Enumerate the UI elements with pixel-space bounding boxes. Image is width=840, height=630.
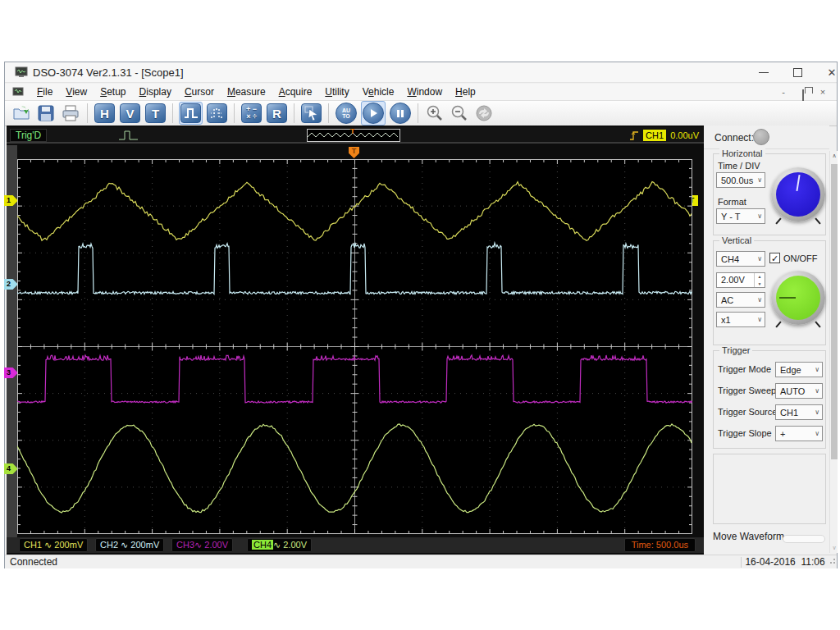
trigger-time-marker[interactable]: T (349, 147, 359, 158)
connect-row: Connect: (704, 126, 829, 149)
minimize-button[interactable] (751, 65, 776, 80)
close-button[interactable]: ✕ (819, 65, 840, 80)
move-waveform-slider[interactable] (783, 535, 825, 543)
menu-display[interactable]: Display (133, 84, 178, 99)
mdi-restore-button[interactable] (797, 87, 809, 97)
spin-up-icon[interactable]: ▲ (755, 273, 765, 281)
horizontal-group-title: Horizontal (719, 148, 765, 158)
connect-indicator[interactable] (753, 129, 769, 145)
menu-measure[interactable]: Measure (221, 84, 272, 99)
preview-trigger-marker[interactable]: T (350, 127, 355, 135)
menu-setup[interactable]: Setup (94, 84, 132, 99)
zoom-in-button[interactable] (424, 103, 445, 123)
trigger-slope-select[interactable]: +∨ (775, 426, 823, 441)
trigger-sweep-label: Trigger Sweep (718, 386, 776, 395)
print-button[interactable] (60, 103, 81, 123)
toolbar-separator (172, 103, 173, 123)
vertical-knob[interactable] (771, 271, 825, 325)
panel-scrollbar[interactable]: ∧ ∨ (829, 151, 838, 553)
cursor-button[interactable] (301, 103, 322, 123)
menu-cursor[interactable]: Cursor (178, 84, 221, 99)
ch2-label[interactable]: CH2 ∿ 200mV (95, 538, 164, 552)
trigger-settings-button[interactable]: T (145, 103, 166, 123)
refresh-button[interactable] (473, 103, 495, 123)
time-div-select[interactable]: 500.0us∨ (716, 172, 765, 188)
toolbar: H V T + −× ÷ R AUTO (5, 101, 837, 126)
vertical-scale-spinner[interactable]: 2.00V ▲▼ (716, 272, 765, 288)
trigger-sweep-select[interactable]: AUTO∨ (775, 383, 823, 399)
reference-button[interactable]: R (267, 103, 287, 123)
datetime-display: 16-04-2016 11:06 (742, 556, 829, 568)
math-button[interactable]: + −× ÷ (241, 103, 262, 123)
trigger-mode-select[interactable]: Edge∨ (775, 362, 823, 377)
menu-acquire[interactable]: Acquire (272, 84, 319, 99)
waveform-preview[interactable]: T (307, 129, 400, 142)
chevron-down-icon: ∨ (757, 212, 762, 220)
vertical-group: Vertical CH4∨ ✓ ON/OFF 2.00V ▲▼ AC∨ x1∨ (713, 240, 826, 345)
onoff-checkbox[interactable]: ✓ ON/OFF (769, 253, 818, 263)
scope-display: Trig'D T CH1 0.00uV 1 2 3 4 T T (7, 126, 704, 555)
control-panel: Connect: Horizontal Time / DIV 500.0us∨ … (704, 126, 829, 555)
scrollbar-thumb[interactable] (831, 164, 838, 459)
trigger-source-label: Trigger Source (718, 407, 777, 417)
chevron-down-icon: ∨ (757, 296, 762, 304)
chevron-down-icon: ∨ (757, 255, 762, 262)
horizontal-knob-face (776, 172, 820, 217)
toolbar-separator (328, 103, 329, 123)
horizontal-knob[interactable] (771, 167, 825, 221)
graticule-svg (17, 159, 692, 534)
vertical-channel-select[interactable]: CH4∨ (716, 251, 765, 267)
time-per-div-label: Time: 500.0us (624, 538, 696, 552)
resize-grip[interactable] (829, 559, 835, 565)
horizontal-settings-button[interactable]: H (94, 103, 115, 123)
ch1-label[interactable]: CH1 ∿ 200mV (19, 538, 88, 552)
empty-group (713, 454, 826, 524)
menu-file[interactable]: File (30, 84, 59, 99)
chevron-down-icon: ∨ (757, 176, 762, 184)
scroll-down-icon[interactable]: ∨ (830, 543, 838, 553)
run-button[interactable] (363, 103, 384, 124)
format-select[interactable]: Y - T∨ (716, 208, 765, 224)
ch3-label[interactable]: CH3∿ 2.00V (171, 538, 233, 552)
run-pressed-wrap (361, 101, 386, 126)
trigger-status-bar: Trig'D T CH1 0.00uV (7, 127, 704, 144)
maximize-button[interactable] (786, 65, 810, 80)
horizontal-group: Horizontal Time / DIV 500.0us∨ Format Y … (713, 153, 826, 235)
minimize-icon (759, 72, 769, 73)
vertical-knob-face (776, 276, 820, 320)
vertical-settings-button[interactable]: V (120, 103, 140, 123)
coupling-select[interactable]: AC∨ (716, 292, 765, 308)
ch4-label[interactable]: CH4∿ 2.00V (247, 538, 312, 552)
trigger-source-select[interactable]: CH1∨ (775, 404, 823, 420)
onoff-label: ON/OFF (783, 253, 818, 263)
scroll-up-icon[interactable]: ∧ (830, 151, 838, 161)
toolbar-separator (418, 103, 418, 123)
auto-setup-button[interactable]: AUTO (336, 103, 357, 124)
chevron-down-icon: ∨ (815, 366, 819, 373)
save-button[interactable] (35, 103, 57, 123)
menu-vehicle[interactable]: Vehicle (356, 84, 401, 99)
pulse-waveform-button[interactable] (180, 103, 201, 123)
pulse-indicator-icon (118, 130, 139, 141)
menu-help[interactable]: Help (449, 84, 482, 99)
knob-pointer (796, 175, 800, 191)
spinner-buttons[interactable]: ▲▼ (754, 273, 765, 287)
menu-bar: FileViewSetupDisplayCursorMeasureAcquire… (5, 84, 837, 101)
mdi-minimize-button[interactable]: - (778, 87, 789, 97)
chevron-down-icon: ∨ (757, 316, 762, 323)
zoom-out-button[interactable] (449, 103, 470, 123)
trigger-group: Trigger Trigger Mode Edge∨ Trigger Sweep… (713, 350, 826, 449)
mdi-close-button[interactable]: × (817, 87, 829, 97)
pulse-reference-button[interactable] (207, 103, 227, 123)
trigger-source-badge: CH1 (643, 130, 666, 141)
menu-window[interactable]: Window (400, 84, 449, 99)
toolbar-separator (234, 103, 235, 123)
spin-down-icon[interactable]: ▼ (755, 281, 765, 288)
open-button[interactable] (11, 103, 32, 123)
menu-items: FileViewSetupDisplayCursorMeasureAcquire… (30, 84, 482, 99)
menu-utility[interactable]: Utility (318, 84, 355, 99)
probe-select[interactable]: x1∨ (716, 312, 765, 327)
pause-button[interactable] (390, 103, 411, 124)
trigger-info: CH1 0.00uV (629, 129, 699, 142)
menu-view[interactable]: View (59, 84, 94, 99)
